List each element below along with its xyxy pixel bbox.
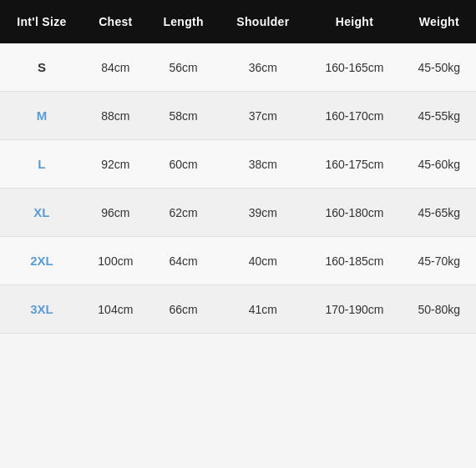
table-row: M88cm58cm37cm160-170cm45-55kg [0, 92, 476, 140]
cell-weight: 45-65kg [403, 189, 476, 237]
cell-height: 170-190cm [306, 285, 402, 334]
table-row: XL96cm62cm39cm160-180cm45-65kg [0, 189, 476, 237]
col-header-length: Length [148, 0, 220, 43]
col-header-shoulder: Shoulder [219, 0, 306, 43]
table-row: 2XL100cm64cm40cm160-185cm45-70kg [0, 237, 476, 285]
cell-chest: 104cm [84, 285, 148, 334]
cell-height: 160-185cm [306, 237, 402, 285]
cell-size: XL [0, 189, 84, 237]
col-header-height: Height [306, 0, 402, 43]
cell-length: 60cm [148, 140, 220, 189]
table-header-row: Int'l Size Chest Length Shoulder Height … [0, 0, 476, 43]
cell-weight: 45-50kg [403, 43, 476, 92]
cell-length: 64cm [148, 237, 220, 285]
table-row: L92cm60cm38cm160-175cm45-60kg [0, 140, 476, 189]
cell-shoulder: 38cm [219, 140, 306, 189]
col-header-intl-size: Int'l Size [0, 0, 84, 43]
cell-length: 56cm [148, 43, 220, 92]
cell-size: S [0, 43, 84, 92]
cell-shoulder: 36cm [219, 43, 306, 92]
cell-shoulder: 41cm [219, 285, 306, 334]
cell-height: 160-165cm [306, 43, 402, 92]
col-header-chest: Chest [84, 0, 148, 43]
cell-chest: 92cm [84, 140, 148, 189]
cell-length: 58cm [148, 92, 220, 140]
cell-weight: 50-80kg [403, 285, 476, 334]
cell-length: 62cm [148, 189, 220, 237]
cell-chest: 84cm [84, 43, 148, 92]
cell-weight: 45-60kg [403, 140, 476, 189]
cell-size: 3XL [0, 285, 84, 334]
size-chart-table: Int'l Size Chest Length Shoulder Height … [0, 0, 476, 334]
cell-height: 160-175cm [306, 140, 402, 189]
cell-size: 2XL [0, 237, 84, 285]
cell-shoulder: 37cm [219, 92, 306, 140]
cell-weight: 45-55kg [403, 92, 476, 140]
cell-length: 66cm [148, 285, 220, 334]
table-row: 3XL104cm66cm41cm170-190cm50-80kg [0, 285, 476, 334]
cell-shoulder: 39cm [219, 189, 306, 237]
col-header-weight: Weight [403, 0, 476, 43]
cell-height: 160-180cm [306, 189, 402, 237]
cell-size: L [0, 140, 84, 189]
cell-chest: 88cm [84, 92, 148, 140]
cell-weight: 45-70kg [403, 237, 476, 285]
cell-size: M [0, 92, 84, 140]
cell-chest: 100cm [84, 237, 148, 285]
table-row: S84cm56cm36cm160-165cm45-50kg [0, 43, 476, 92]
cell-height: 160-170cm [306, 92, 402, 140]
cell-shoulder: 40cm [219, 237, 306, 285]
cell-chest: 96cm [84, 189, 148, 237]
